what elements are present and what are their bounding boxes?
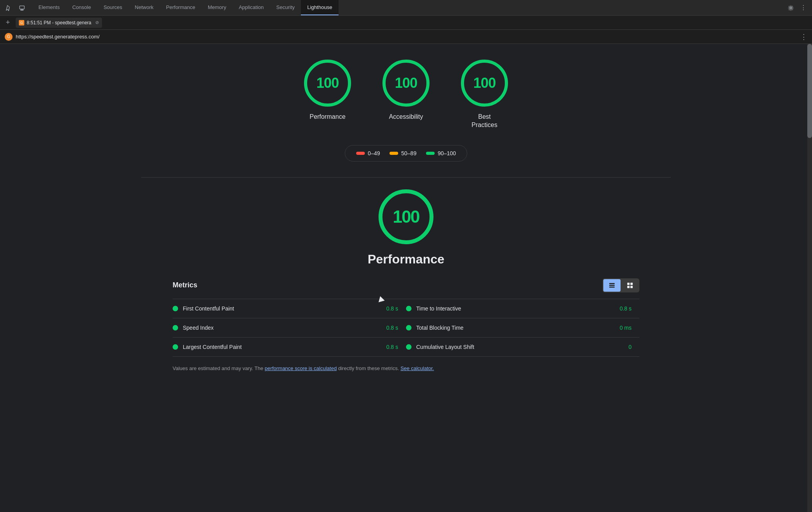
view-toggle	[603, 278, 639, 292]
metrics-header: Metrics	[173, 278, 639, 292]
metric-tbt-dot	[406, 325, 411, 330]
legend-red-dot	[356, 152, 365, 155]
settings-icon[interactable]	[785, 2, 796, 13]
metric-tti: Time to Interactive 0.8 s	[406, 299, 639, 318]
metric-si: Speed Index 0.8 s	[173, 318, 406, 338]
devtools-icons	[3, 2, 27, 13]
legend-green: 90–100	[426, 150, 456, 156]
metric-cls-value: 0	[628, 344, 632, 350]
metric-tti-dot	[406, 306, 411, 311]
score-item-best-practices: 100 BestPractices	[461, 60, 508, 129]
scrollbar-thumb[interactable]	[807, 44, 812, 138]
svg-rect-7	[630, 283, 633, 285]
legend-red-label: 0–49	[368, 150, 380, 156]
toggle-grid-view[interactable]	[621, 279, 639, 292]
footer-text-before: Values are estimated and may vary. The	[173, 365, 265, 371]
accessibility-circle: 100	[382, 60, 430, 107]
footer-note: Values are estimated and may vary. The p…	[141, 357, 671, 372]
grid-view-icon	[626, 282, 634, 289]
metric-tbt-value: 0 ms	[620, 325, 632, 331]
tab-sources[interactable]: Sources	[97, 0, 129, 15]
list-view-icon	[608, 282, 615, 289]
main-content: 100 Performance 100 Accessibility 100 Be…	[0, 44, 812, 512]
metric-tti-name: Time to Interactive	[416, 305, 615, 312]
svg-rect-0	[20, 6, 24, 9]
footer-text-middle: directly from these metrics.	[337, 365, 401, 371]
tab-elements[interactable]: Elements	[32, 0, 66, 15]
performance-score: 100	[316, 75, 339, 91]
tab-network[interactable]: Network	[129, 0, 160, 15]
svg-rect-5	[609, 287, 615, 288]
tab-row: + G 8:51:51 PM - speedtest.genera ⊘	[0, 16, 812, 30]
metric-si-name: Speed Index	[183, 325, 382, 331]
metric-si-value: 0.8 s	[386, 325, 398, 331]
performance-score-link[interactable]: performance score is calculated	[265, 365, 337, 371]
tab-lighthouse[interactable]: Lighthouse	[301, 0, 339, 15]
metric-fcp-dot	[173, 306, 178, 311]
url-display[interactable]: https://speedtest.generatepress.com/	[16, 34, 797, 40]
best-practices-label: BestPractices	[472, 113, 497, 129]
tab-favicon: G	[19, 20, 24, 25]
accessibility-label: Accessibility	[389, 113, 423, 121]
legend-orange: 50–89	[390, 150, 417, 156]
tab-performance[interactable]: Performance	[160, 0, 201, 15]
metrics-section: Metrics	[141, 278, 671, 357]
more-icon[interactable]: ⋮	[798, 2, 809, 13]
legend-orange-label: 50–89	[401, 150, 417, 156]
accessibility-score: 100	[395, 75, 417, 91]
toggle-list-view[interactable]	[603, 279, 621, 292]
metric-lcp-name: Largest Contentful Paint	[183, 344, 382, 350]
metric-tbt: Total Blocking Time 0 ms	[406, 318, 639, 338]
scores-section: 100 Performance 100 Accessibility 100 Be…	[304, 52, 508, 129]
best-practices-score: 100	[473, 75, 495, 91]
best-practices-circle: 100	[461, 60, 508, 107]
metric-cls: Cumulative Layout Shift 0	[406, 338, 639, 357]
browser-tab[interactable]: G 8:51:51 PM - speedtest.genera ⊘	[16, 18, 102, 28]
svg-rect-4	[609, 285, 615, 286]
devtools-tabs: Elements Console Sources Network Perform…	[32, 0, 785, 15]
metric-cls-name: Cumulative Layout Shift	[416, 344, 624, 350]
legend-red: 0–49	[356, 150, 380, 156]
site-favicon: G	[5, 33, 13, 41]
perf-title: Performance	[368, 252, 444, 267]
url-bar: G https://speedtest.generatepress.com/ ⋮	[0, 30, 812, 44]
metric-lcp-dot	[173, 344, 178, 350]
tab-memory[interactable]: Memory	[202, 0, 233, 15]
scrollbar[interactable]	[807, 44, 812, 512]
svg-rect-8	[627, 286, 630, 288]
svg-rect-6	[627, 283, 630, 285]
lighthouse-panel: 100 Performance 100 Accessibility 100 Be…	[141, 44, 671, 380]
metric-cls-dot	[406, 344, 411, 350]
inspect-icon[interactable]	[3, 2, 14, 13]
metric-tbt-name: Total Blocking Time	[416, 325, 615, 331]
performance-detail-section: 100 Performance Metrics	[141, 178, 671, 372]
metrics-grid: First Contentful Paint 0.8 s Time to Int…	[173, 299, 639, 357]
tab-application[interactable]: Application	[233, 0, 270, 15]
url-more-button[interactable]: ⋮	[800, 33, 807, 41]
device-icon[interactable]	[16, 2, 27, 13]
tab-console[interactable]: Console	[66, 0, 97, 15]
legend-green-label: 90–100	[438, 150, 456, 156]
perf-score-circle: 100	[379, 189, 433, 244]
score-legend: 0–49 50–89 90–100	[345, 145, 468, 162]
performance-label: Performance	[310, 113, 346, 121]
legend-green-dot	[426, 152, 435, 155]
tab-security[interactable]: Security	[270, 0, 301, 15]
svg-rect-3	[609, 283, 615, 284]
tab-title: 8:51:51 PM - speedtest.genera	[27, 20, 91, 25]
new-tab-button[interactable]: +	[3, 18, 13, 27]
devtools-tabbar: Elements Console Sources Network Perform…	[0, 0, 812, 16]
metric-si-dot	[173, 325, 178, 330]
metric-lcp-value: 0.8 s	[386, 344, 398, 350]
metric-fcp-value: 0.8 s	[386, 305, 398, 312]
svg-rect-9	[630, 286, 633, 288]
tab-close-icon[interactable]: ⊘	[95, 20, 99, 25]
metric-tti-value: 0.8 s	[620, 305, 632, 312]
metrics-title: Metrics	[173, 281, 197, 289]
metric-lcp: Largest Contentful Paint 0.8 s	[173, 338, 406, 357]
topbar-right-icons: ⋮	[785, 2, 809, 13]
metric-fcp-name: First Contentful Paint	[183, 305, 382, 312]
perf-score-number: 100	[393, 207, 419, 227]
score-item-performance: 100 Performance	[304, 60, 351, 121]
calculator-link[interactable]: See calculator.	[401, 365, 434, 371]
